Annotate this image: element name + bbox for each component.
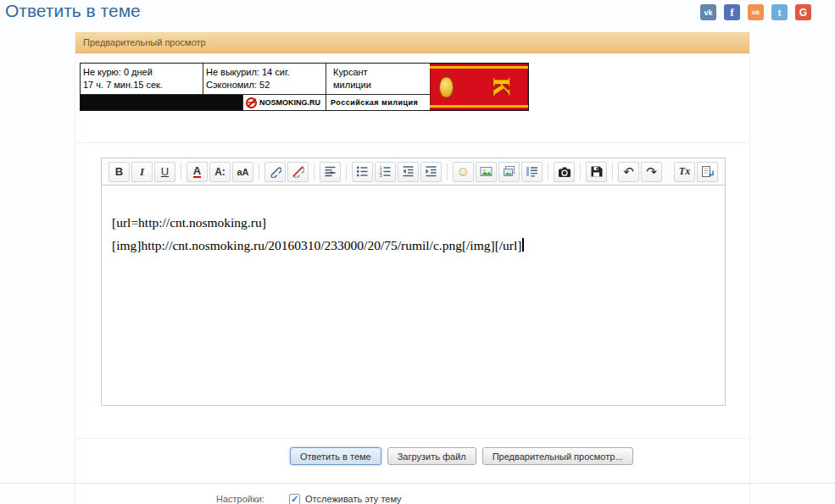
settings-row: Настройки: ✓ Отслеживать эту тему [216, 494, 402, 504]
svg-text:3: 3 [380, 173, 382, 178]
remove-format-button[interactable]: Tx [674, 162, 695, 182]
epaulette-letter: К [489, 77, 515, 96]
insert-quote-button[interactable] [521, 162, 543, 182]
indent-button[interactable] [420, 162, 442, 182]
outdent-icon [402, 165, 415, 178]
bullet-list-icon [356, 165, 369, 178]
cigs-line1: Не выкурил: 14 сиг. [206, 66, 324, 79]
numbered-list-icon: 123 [379, 165, 392, 178]
editor-textarea[interactable]: [url=http://cnt.nosmoking.ru] [img]http:… [101, 186, 726, 406]
epaulette-image: К [430, 64, 528, 110]
emoticon-button[interactable]: ☺ [453, 162, 474, 182]
link-button[interactable] [264, 162, 286, 182]
divider [75, 142, 749, 143]
camera-icon [558, 166, 571, 178]
numbered-list-button[interactable]: 123 [375, 162, 396, 182]
site-cell: NOSMOKING.RU [243, 95, 326, 110]
upload-file-button[interactable]: Загрузить файл [387, 447, 476, 465]
action-buttons: Ответить в теме Загрузить файл Предварит… [290, 447, 633, 465]
toolbar-separator [346, 163, 347, 180]
quote-block-icon [526, 165, 538, 178]
epaulette-button [439, 76, 454, 97]
save-draft-button[interactable] [586, 162, 607, 182]
unlink-icon [292, 165, 304, 178]
editor-line-1: [url=http://cnt.nosmoking.ru] [112, 211, 715, 234]
save-icon [590, 165, 603, 178]
rank-cell: Курсант милиции [326, 64, 430, 95]
insert-image-button[interactable] [476, 162, 497, 182]
unlink-button[interactable] [287, 162, 309, 182]
toolbar-separator [314, 163, 315, 180]
reply-button[interactable]: Ответить в теме [290, 447, 381, 465]
not-smoking-line2: 17 ч. 7 мин.15 сек. [83, 79, 201, 91]
rank-line2: милиции [333, 79, 428, 91]
font-case-button[interactable]: aA [232, 162, 253, 182]
toolbar-separator [447, 163, 448, 180]
italic-button[interactable]: I [131, 162, 153, 182]
odnoklassniki-icon[interactable]: ok [748, 4, 764, 20]
editor-line-2: [img]http://cnt.nosmoking.ru/20160310/23… [112, 234, 715, 257]
screenshot-button[interactable] [554, 162, 575, 182]
smiley-icon: ☺ [456, 165, 470, 179]
watch-topic-checkbox[interactable]: ✓ [289, 494, 300, 504]
org-label: Российская милиция [326, 95, 430, 110]
toolbar-separator [259, 163, 259, 180]
not-smoking-cell: Не курю: 0 дней 17 ч. 7 мин.15 сек. [81, 64, 203, 95]
undo-button[interactable]: ↶ [618, 162, 639, 182]
font-size-button[interactable]: A: [209, 162, 231, 182]
twitter-icon[interactable]: t [771, 4, 788, 20]
undo-icon: ↶ [623, 165, 634, 178]
redo-button[interactable]: ↷ [641, 162, 662, 182]
cigs-line2: Сэкономил: 52 [206, 79, 324, 91]
link-icon [269, 165, 281, 178]
bold-button[interactable]: B [109, 162, 130, 182]
bullet-list-button[interactable] [352, 162, 373, 182]
font-color-button[interactable]: A [186, 162, 208, 182]
toolbar-separator [580, 163, 581, 180]
page-title: Ответить в теме [5, 1, 141, 21]
outdent-button[interactable] [398, 162, 419, 182]
progress-bar [81, 95, 243, 110]
social-icons: vk f ok t G [700, 4, 811, 20]
no-smoking-icon [246, 97, 257, 108]
facebook-icon[interactable]: f [724, 4, 740, 20]
text-cursor [522, 238, 524, 252]
divider [75, 438, 749, 439]
vk-icon[interactable]: vk [700, 4, 716, 20]
insert-media-button[interactable] [498, 162, 520, 182]
rank-line1: Курсант [333, 66, 428, 79]
bottom-divider [0, 483, 835, 484]
editor-mode-icon [701, 165, 714, 178]
toolbar-separator [612, 163, 613, 180]
not-smoking-line1: Не курю: 0 дней [83, 66, 201, 79]
signature-banner: Не курю: 0 дней 17 ч. 7 мин.15 сек. Не в… [80, 63, 529, 111]
indent-icon [425, 165, 437, 178]
cigarettes-cell: Не выкурил: 14 сиг. Сэкономил: 52 [203, 64, 326, 95]
toolbar-separator [181, 163, 181, 180]
align-left-icon [324, 165, 337, 178]
preview-button[interactable]: Предварительный просмотр... [482, 447, 633, 465]
align-left-button[interactable] [320, 162, 341, 182]
editor-mode-button[interactable] [697, 162, 718, 182]
toolbar-separator [548, 163, 548, 180]
google-icon[interactable]: G [795, 4, 811, 20]
media-icon [503, 165, 515, 178]
image-icon [480, 165, 493, 178]
page: Ответить в теме vk f ok t G Предваритель… [0, 0, 835, 504]
underline-button[interactable]: U [154, 162, 175, 182]
redo-icon: ↷ [646, 165, 657, 178]
content-panel: Предварительный просмотр Не курю: 0 дней… [75, 32, 750, 504]
watch-topic-label: Отслеживать эту тему [305, 494, 402, 504]
settings-label: Настройки: [216, 494, 289, 504]
reply-editor: B I U A A: aA [101, 158, 726, 406]
editor-toolbar: B I U A A: aA [101, 158, 726, 186]
preview-header: Предварительный просмотр [75, 32, 749, 53]
site-label: NOSMOKING.RU [259, 97, 320, 109]
